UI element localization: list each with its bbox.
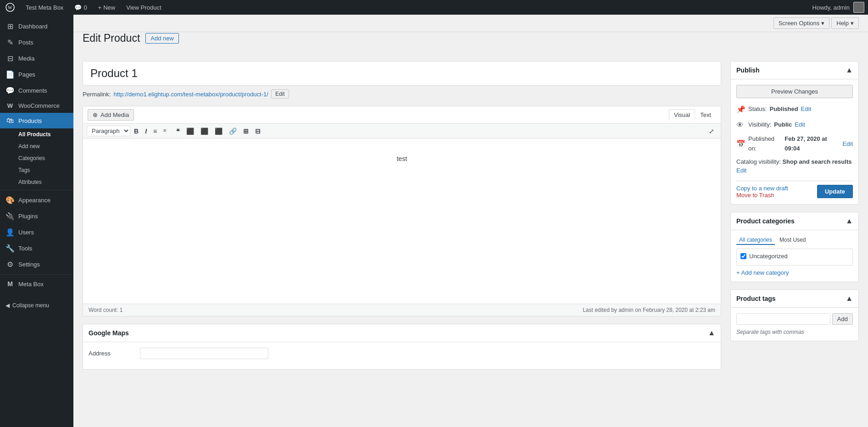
uncategorized-checkbox[interactable] bbox=[740, 253, 746, 259]
align-left-button[interactable]: ⬛ bbox=[184, 126, 197, 136]
tab-all-categories[interactable]: All categories bbox=[736, 236, 775, 245]
published-label: Published on: bbox=[748, 134, 782, 154]
submenu-item-categories[interactable]: Categories bbox=[0, 152, 73, 164]
categories-panel-content: All categories Most Used Uncategorized +… bbox=[731, 230, 858, 282]
status-value: Published bbox=[769, 105, 798, 114]
tags-input[interactable] bbox=[736, 313, 830, 325]
sidebar-item-label: Dashboard bbox=[18, 23, 48, 30]
sidebar-item-products[interactable]: 🛍 Products ◀ bbox=[0, 113, 73, 128]
google-maps-toggle-icon: ▲ bbox=[708, 329, 715, 337]
submenu-item-attributes[interactable]: Attributes bbox=[0, 176, 73, 188]
align-right-button[interactable]: ⬛ bbox=[212, 126, 225, 136]
text-tab[interactable]: Text bbox=[695, 109, 716, 121]
sidebar-item-pages[interactable]: 📄 Pages bbox=[0, 67, 73, 83]
move-to-trash-link[interactable]: Move to Trash bbox=[736, 192, 774, 199]
comments-item[interactable]: 💬 0 bbox=[72, 4, 89, 11]
visual-tab[interactable]: Visual bbox=[669, 109, 695, 121]
view-product-item[interactable]: View Product bbox=[124, 4, 163, 11]
google-maps-header[interactable]: Google Maps ▲ bbox=[83, 324, 721, 342]
insert-link-button[interactable]: 🔗 bbox=[226, 126, 239, 136]
admin-bar-left: W Test Meta Box 💬 0 + New View Product bbox=[4, 3, 163, 12]
submenu-item-add-new[interactable]: Add new bbox=[0, 140, 73, 152]
post-title-input[interactable] bbox=[83, 61, 721, 86]
publish-info: 📌 Status: Published Edit 👁 Visibility: P… bbox=[736, 104, 853, 154]
svg-text:W: W bbox=[8, 5, 12, 10]
sidebar-item-users[interactable]: 👤 Users bbox=[0, 224, 73, 240]
tags-panel-header[interactable]: Product tags ▲ bbox=[731, 290, 858, 308]
posts-icon: ✎ bbox=[6, 38, 15, 47]
visibility-icon: 👁 bbox=[736, 119, 746, 131]
editor-toolbar: Paragraph B I ≡ ≡ ❝ ⬛ ⬛ ⬛ bbox=[83, 124, 721, 139]
blockquote-button[interactable]: ❝ bbox=[173, 126, 183, 136]
admin-avatar[interactable] bbox=[853, 2, 864, 13]
sidebar-item-settings[interactable]: ⚙ Settings bbox=[0, 256, 73, 272]
tools-icon: 🔧 bbox=[6, 244, 15, 253]
update-button[interactable]: Update bbox=[817, 185, 853, 198]
catalog-visibility: Catalog visibility: Shop and search resu… bbox=[736, 157, 853, 175]
sidebar-item-plugins[interactable]: 🔌 Plugins bbox=[0, 208, 73, 224]
status-edit-link[interactable]: Edit bbox=[801, 105, 811, 114]
sidebar-item-woocommerce[interactable]: W WooCommerce bbox=[0, 99, 73, 113]
sidebar-item-dashboard[interactable]: ⊞ Dashboard bbox=[0, 18, 73, 34]
help-button[interactable]: Help ▾ bbox=[831, 17, 859, 29]
editor-toolbar-top: ⊕ Add Media Visual Text bbox=[83, 106, 721, 124]
submenu-item-all-products[interactable]: All Products bbox=[0, 128, 73, 140]
align-center-button[interactable]: ⬛ bbox=[198, 126, 211, 136]
new-item[interactable]: + New bbox=[96, 4, 117, 11]
ordered-list-button[interactable]: ≡ bbox=[161, 126, 172, 136]
sidebar-item-label: Plugins bbox=[18, 213, 38, 220]
visibility-value: Public bbox=[774, 120, 792, 130]
sidebar-item-tools[interactable]: 🔧 Tools bbox=[0, 240, 73, 256]
visibility-edit-link[interactable]: Edit bbox=[795, 120, 805, 130]
categories-toggle-icon: ▲ bbox=[846, 217, 853, 225]
menu-separator-2 bbox=[0, 274, 73, 275]
help-label: Help bbox=[836, 20, 849, 27]
add-media-button[interactable]: ⊕ Add Media bbox=[88, 109, 134, 121]
submenu-item-tags[interactable]: Tags bbox=[0, 164, 73, 176]
add-new-button[interactable]: Add new bbox=[145, 33, 179, 44]
preview-changes-button[interactable]: Preview Changes bbox=[736, 85, 853, 98]
address-input[interactable] bbox=[140, 348, 268, 359]
bold-button[interactable]: B bbox=[131, 126, 141, 136]
tab-most-used[interactable]: Most Used bbox=[777, 236, 808, 245]
sidebar-item-comments[interactable]: 💬 Comments bbox=[0, 83, 73, 99]
screen-options-button[interactable]: Screen Options ▾ bbox=[773, 17, 830, 29]
sidebar-item-label: Products bbox=[18, 117, 42, 124]
sidebar-item-label: WooCommerce bbox=[18, 102, 60, 109]
publish-panel-header[interactable]: Publish ▲ bbox=[731, 61, 858, 79]
settings-icon: ⚙ bbox=[6, 260, 15, 269]
paragraph-select[interactable]: Paragraph bbox=[87, 126, 130, 136]
unordered-list-button[interactable]: ≡ bbox=[150, 126, 160, 136]
sidebar-item-label: Settings bbox=[18, 261, 40, 268]
editor-content-area[interactable]: test bbox=[83, 139, 721, 304]
sidebar-item-appearance[interactable]: 🎨 Appearance bbox=[0, 192, 73, 208]
sidebar-item-media[interactable]: ⊟ Media bbox=[0, 50, 73, 67]
table-btn[interactable]: ⊟ bbox=[252, 126, 263, 136]
catalog-edit-link[interactable]: Edit bbox=[736, 166, 853, 175]
submenu-label: Add new bbox=[18, 143, 40, 150]
fullscreen-button[interactable]: ⤢ bbox=[706, 126, 717, 136]
insert-table-button[interactable]: ⊞ bbox=[240, 126, 251, 136]
collapse-menu-btn[interactable]: ◀ Collapse menu bbox=[0, 299, 73, 312]
uncategorized-label: Uncategorized bbox=[749, 253, 788, 260]
published-edit-link[interactable]: Edit bbox=[843, 139, 853, 149]
screen-options-label: Screen Options bbox=[779, 20, 820, 27]
tags-panel-title: Product tags bbox=[736, 295, 776, 302]
tags-add-button[interactable]: Add bbox=[832, 313, 853, 325]
permalink-url[interactable]: http://demo1.elightup.com/test-metabox/p… bbox=[113, 91, 268, 98]
wp-logo-item[interactable]: W bbox=[4, 3, 17, 12]
submenu-label: Attributes bbox=[18, 179, 42, 185]
italic-button[interactable]: I bbox=[142, 126, 150, 136]
site-name-item[interactable]: Test Meta Box bbox=[24, 4, 65, 11]
copy-draft-link[interactable]: Copy to a new draft bbox=[736, 185, 788, 192]
sidebar-item-label: Pages bbox=[18, 71, 35, 78]
admin-sidebar: ⊞ Dashboard ✎ Posts ⊟ Media 📄 Pages 💬 Co… bbox=[0, 15, 73, 427]
category-list: Uncategorized bbox=[736, 249, 853, 266]
publish-actions-left: Copy to a new draft Move to Trash bbox=[736, 185, 788, 199]
visibility-label: Visibility: bbox=[748, 120, 771, 130]
categories-panel-header[interactable]: Product categories ▲ bbox=[731, 212, 858, 230]
permalink-edit-button[interactable]: Edit bbox=[271, 89, 289, 99]
add-new-category-link[interactable]: + Add new category bbox=[736, 269, 789, 276]
sidebar-item-posts[interactable]: ✎ Posts bbox=[0, 34, 73, 50]
sidebar-item-metabox[interactable]: M Meta Box bbox=[0, 277, 73, 291]
